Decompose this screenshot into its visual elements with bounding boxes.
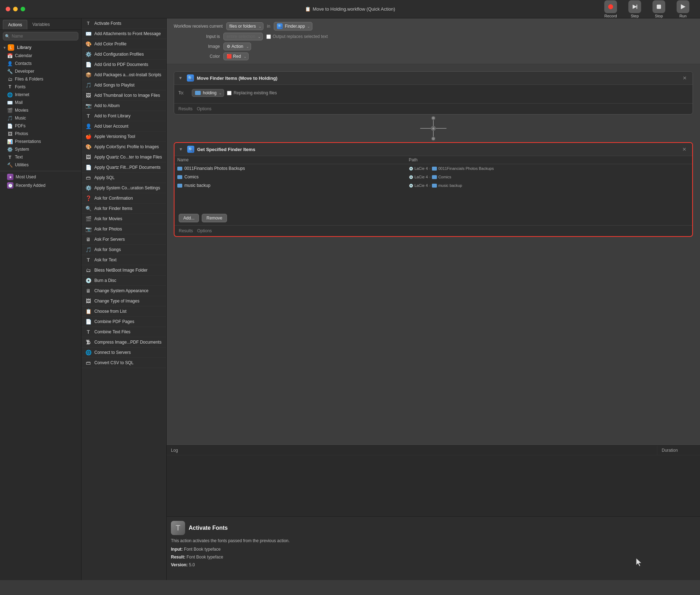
action-apply-colorsync[interactable]: 🎨 Apply ColorSync Profile to Images: [82, 142, 166, 152]
action-add-color-profile[interactable]: 🎨 Add Color Profile: [82, 39, 166, 49]
sidebar-item-photos[interactable]: 🖼 Photos: [0, 130, 81, 138]
color-select[interactable]: 🟥 Red: [223, 52, 249, 60]
stop-button[interactable]: Stop: [648, 0, 670, 20]
app-selector[interactable]: 🔍 Finder.app: [274, 22, 312, 30]
receives-select[interactable]: files or folders: [226, 22, 263, 30]
sidebar-item-movies[interactable]: 🎬 Movies: [0, 106, 81, 114]
action-ask-servers[interactable]: 🖥 Ask For Servers: [82, 234, 166, 245]
sidebar-item-music[interactable]: 🎵 Music: [0, 114, 81, 122]
card1-options-link[interactable]: Options: [197, 106, 211, 111]
file-name-cell: Comics: [177, 174, 403, 179]
action-apply-quartz-pdf[interactable]: 📄 Apply Quartz Filt...PDF Documents: [82, 162, 166, 173]
action-connect-servers[interactable]: 🌐 Connect to Servers: [82, 347, 166, 358]
action-apply-system-co[interactable]: ⚙️ Apply System Co...uration Settings: [82, 183, 166, 193]
sidebar-item-text[interactable]: T Text: [0, 153, 81, 161]
output-replaces-label[interactable]: Output replaces selected text: [266, 34, 328, 39]
action-icon: T: [85, 20, 91, 27]
sidebar-item-presentations[interactable]: 📊 Presentations: [0, 138, 81, 145]
action-add-songs[interactable]: 🎵 Add Songs to Playlist: [82, 80, 166, 90]
action-icon: 💿: [85, 277, 91, 284]
action-ask-songs[interactable]: 🎵 Ask for Songs: [82, 245, 166, 255]
tab-variables[interactable]: Variables: [27, 20, 55, 29]
sidebar-item-label: Photos: [15, 131, 28, 136]
action-apply-sql[interactable]: 🗃 Apply SQL: [82, 173, 166, 183]
action-choose-from-list[interactable]: 📋 Choose from List: [82, 306, 166, 317]
minimize-button[interactable]: [13, 7, 18, 11]
title-bar: 📋 Move to Holding.workflow (Quick Action…: [0, 0, 700, 18]
action-ask-finder-items[interactable]: 🔍 Ask for Finder Items: [82, 204, 166, 214]
card2-close-button[interactable]: ✕: [681, 146, 688, 153]
sidebar-item-most-used[interactable]: ★ Most Used: [0, 173, 81, 181]
sidebar-item-internet[interactable]: 🌐 Internet: [0, 91, 81, 99]
action-add-packages[interactable]: 📦 Add Packages a...ost-Install Scripts: [82, 70, 166, 80]
action-convert-csv[interactable]: 🗃 Convert CSV to SQL: [82, 358, 166, 368]
step-button[interactable]: Step: [623, 0, 646, 20]
action-apple-versioning[interactable]: 🍎 Apple Versioning Tool: [82, 132, 166, 142]
sidebar-item-developer[interactable]: 🔧 Developer: [0, 67, 81, 75]
action-change-appearance[interactable]: 🖥 Change System Appearance: [82, 286, 166, 296]
replacing-checkbox[interactable]: [227, 91, 232, 95]
action-add-config-profiles[interactable]: ⚙️ Add Configuration Profiles: [82, 49, 166, 60]
image-select[interactable]: ⚙ Action: [223, 43, 251, 50]
library-group: ▼ L Library 📅 Calendar 👤 Contacts 🔧 Deve…: [0, 43, 81, 169]
sidebar-item-label: Utilities: [15, 162, 29, 167]
card2-options-link[interactable]: Options: [197, 228, 212, 233]
action-combine-pdf[interactable]: 📄 Combine PDF Pages: [82, 317, 166, 327]
sidebar-item-fonts[interactable]: T Fonts: [0, 83, 81, 91]
pdfs-icon: 📄: [7, 123, 13, 129]
sidebar-item-pdfs[interactable]: 📄 PDFs: [0, 122, 81, 130]
input-select[interactable]: entire selection: [223, 33, 263, 40]
run-button[interactable]: Run: [672, 0, 694, 20]
close-button[interactable]: [6, 7, 10, 11]
sidebar-item-files-folders[interactable]: 🗂 Files & Folders: [0, 75, 81, 83]
search-input[interactable]: [3, 32, 78, 40]
output-replaces-checkbox[interactable]: [266, 34, 271, 39]
action-burn-disc[interactable]: 💿 Burn a Disc: [82, 276, 166, 286]
action-change-type-images[interactable]: 🖼 Change Type of Images: [82, 296, 166, 306]
path-arrow: ›: [429, 167, 430, 171]
fullscreen-button[interactable]: [21, 7, 25, 11]
action-ask-photos[interactable]: 📷 Ask for Photos: [82, 224, 166, 234]
action-add-grid-pdf[interactable]: 📄 Add Grid to PDF Documents: [82, 60, 166, 70]
action-ask-confirmation[interactable]: ❓ Ask for Confirmation: [82, 193, 166, 204]
sidebar-item-calendar[interactable]: 📅 Calendar: [0, 52, 81, 60]
drive-icon: 💿: [409, 167, 413, 171]
connector-vert2: [433, 131, 434, 137]
card1-folder-select[interactable]: holding: [192, 89, 224, 97]
sidebar-item-mail[interactable]: ✉️ Mail: [0, 99, 81, 106]
remove-button[interactable]: Remove: [202, 214, 227, 222]
connector-plus[interactable]: +: [431, 126, 436, 131]
table-row[interactable]: 0011Financials Photos Backups 💿 LaCie 4 …: [174, 164, 692, 173]
sidebar-item-contacts[interactable]: 👤 Contacts: [0, 60, 81, 67]
card2-collapse-icon[interactable]: ▼: [179, 147, 183, 152]
action-label: Ask for Finder Items: [94, 206, 132, 211]
action-ask-text[interactable]: T Ask for Text: [82, 255, 166, 265]
action-add-attachments[interactable]: ✉️ Add Attachments to Front Message: [82, 29, 166, 39]
add-button[interactable]: Add...: [179, 214, 199, 222]
tab-actions[interactable]: Actions: [3, 20, 27, 29]
action-add-user-account[interactable]: 👤 Add User Account: [82, 121, 166, 132]
action-compress-image[interactable]: 🗜 Compress Image...PDF Documents: [82, 337, 166, 347]
action-add-to-font-library[interactable]: T Add to Font Library: [82, 111, 166, 121]
sidebar-item-recently-added[interactable]: 🕐 Recently Added: [0, 181, 81, 190]
card1-collapse-icon[interactable]: ▼: [178, 76, 183, 80]
table-row[interactable]: music backup 💿 LaCie 4 › m: [174, 181, 692, 190]
action-add-thumbnail[interactable]: 🖼 Add Thumbnail Icon to Image Files: [82, 90, 166, 101]
card1-close-button[interactable]: ✕: [681, 74, 688, 82]
action-icon: 🖼: [85, 298, 91, 304]
card1-results-link[interactable]: Results: [178, 106, 193, 111]
replacing-label[interactable]: Replacing existing files: [227, 90, 277, 95]
card2-results-link[interactable]: Results: [179, 228, 193, 233]
action-label: Combine PDF Pages: [94, 319, 134, 324]
action-add-to-album[interactable]: 📷 Add to Album: [82, 101, 166, 111]
table-row[interactable]: Comics 💿 LaCie 4 › Comics: [174, 173, 692, 181]
action-ask-movies[interactable]: 🎬 Ask for Movies: [82, 214, 166, 224]
action-apply-quartz-img[interactable]: 🖼 Apply Quartz Co...ter to Image Files: [82, 152, 166, 162]
sidebar-item-utilities[interactable]: 🔨 Utilities: [0, 161, 81, 169]
action-bless-netboot[interactable]: 🗂 Bless NetBoot Image Folder: [82, 265, 166, 276]
library-group-header[interactable]: ▼ L Library: [0, 43, 81, 52]
record-button[interactable]: Record: [599, 0, 622, 20]
action-combine-text[interactable]: T Combine Text Files: [82, 327, 166, 337]
sidebar-item-system[interactable]: ⚙️ System: [0, 145, 81, 153]
action-activate-fonts[interactable]: T Activate Fonts: [82, 18, 166, 29]
